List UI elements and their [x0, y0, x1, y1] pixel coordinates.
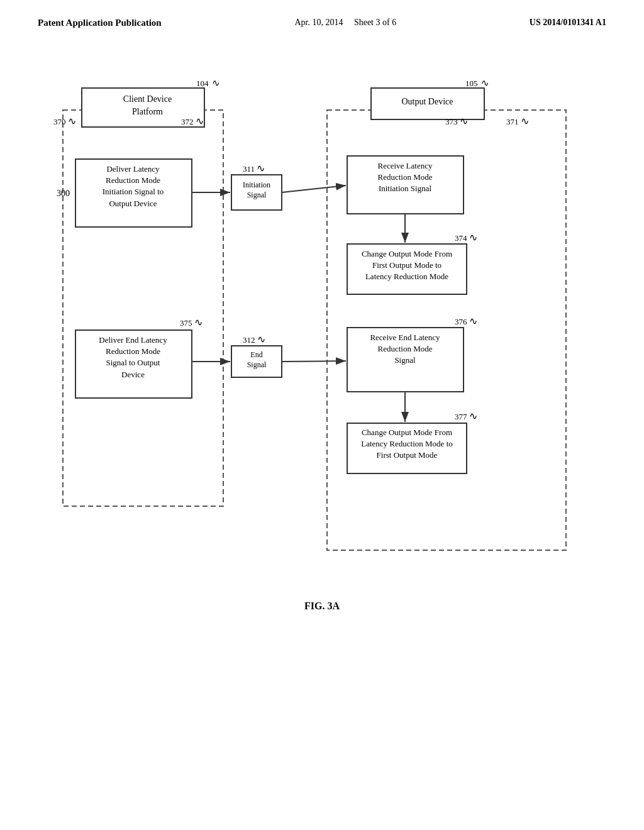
- step-371-label: 371 ∿: [506, 115, 529, 127]
- client-device-label: Client Device Platform: [89, 93, 206, 118]
- publication-label: Patent Application Publication: [38, 18, 162, 28]
- header-sheet: Sheet 3 of 6: [354, 18, 396, 27]
- box-receive-end: Receive End Latency Reduction Mode Signa…: [348, 332, 462, 367]
- box-receive-initiation: Receive Latency Reduction Mode Initiatio…: [348, 160, 462, 195]
- step-376-label: 376 ∿: [455, 315, 477, 327]
- step-312-label: 312 ∿: [243, 333, 265, 345]
- step-311-label: 311 ∿: [243, 162, 265, 174]
- header-patent: US 2014/0101341 A1: [530, 18, 606, 27]
- step-373-label: 373 ∿: [445, 115, 468, 127]
- step-370-label: 370 ∿: [53, 115, 76, 127]
- squiggle-104: ∿: [212, 78, 220, 88]
- box-change-latency-to-first: Change Output Mode From Latency Reductio…: [348, 427, 465, 462]
- box-deliver-initiation: Deliver Latency Reduction Mode Initiatio…: [78, 163, 188, 209]
- ref-104: 104 ∿: [196, 77, 220, 89]
- svg-line-13: [282, 185, 346, 192]
- step-377-label: 377 ∿: [455, 410, 477, 422]
- header-date: Apr. 10, 2014: [294, 18, 343, 27]
- step-374-label: 374 ∿: [455, 231, 477, 243]
- box-end-signal: End Signal: [233, 350, 280, 370]
- header-left-text: Patent Application Publication: [38, 18, 162, 28]
- box-change-first-to-latency: Change Output Mode From First Output Mod…: [348, 248, 465, 283]
- ref-105: 105 ∿: [465, 77, 489, 89]
- header-center: Apr. 10, 2014 Sheet 3 of 6: [294, 18, 396, 28]
- output-device-label: Output Device: [372, 96, 482, 108]
- diagram-area: 300 104 ∿ 105 ∿ Client Device Platform O…: [57, 60, 572, 575]
- fig-label: FIG. 3A: [304, 600, 340, 611]
- step-372-label: 372 ∿: [181, 115, 204, 127]
- step-375-label: 375 ∿: [180, 316, 203, 328]
- diagram-number: 300: [57, 189, 70, 199]
- box-deliver-end: Deliver End Latency Reduction Mode Signa…: [78, 335, 188, 380]
- svg-line-17: [282, 361, 346, 362]
- page-header: Patent Application Publication Apr. 10, …: [0, 0, 644, 28]
- diagram-svg: [57, 60, 572, 575]
- header-right: US 2014/0101341 A1: [530, 18, 606, 28]
- squiggle-105: ∿: [481, 78, 489, 88]
- box-initiation-signal: Initiation Signal: [233, 180, 280, 200]
- fig-caption: FIG. 3A: [0, 600, 644, 612]
